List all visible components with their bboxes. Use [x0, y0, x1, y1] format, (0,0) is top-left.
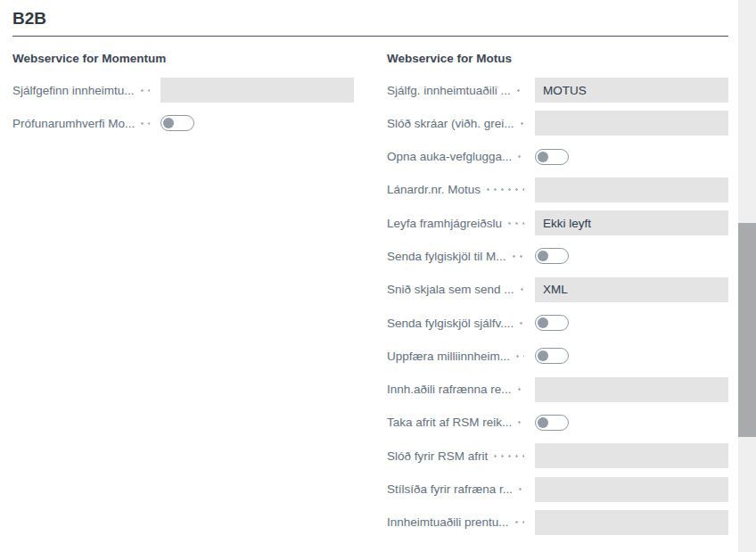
dotted-leader — [516, 343, 524, 368]
field-label: Taka afrit af RSM reik... — [387, 416, 512, 429]
field-input[interactable] — [535, 377, 728, 402]
section-heading: Webservice for Motus — [387, 52, 728, 66]
dotted-leader — [518, 144, 524, 169]
field-label: Senda fylgiskjöl sjálfv.... — [387, 317, 514, 330]
field-label: Prófunarumhverfi Mo... — [12, 117, 135, 130]
field-input[interactable] — [535, 111, 728, 136]
dotted-leader — [518, 377, 524, 402]
scrollbar-track[interactable] — [738, 0, 756, 552]
field-label: Slóð skráar (viðh. grei... — [387, 117, 514, 130]
field-label: Sjálfgefinn innheimtu... — [12, 84, 135, 97]
field-label: Innheimtuaðili prentu... — [387, 515, 509, 529]
field-row: Sjálfgefinn innheimtu... — [12, 78, 354, 103]
field-label-wrap: Taka afrit af RSM reik... — [387, 410, 535, 435]
dotted-leader — [141, 111, 150, 136]
field-label-wrap: Slóð skráar (viðh. grei... — [387, 111, 535, 136]
field-list: Sjálfg. innheimtuaðili ... Slóð skráar (… — [387, 78, 728, 535]
toggle-switch[interactable] — [535, 315, 569, 331]
field-row: Opna auka-vefglugga... — [387, 144, 728, 169]
field-input[interactable] — [535, 78, 728, 103]
dotted-leader — [141, 78, 150, 103]
dotted-leader — [519, 477, 524, 502]
field-input[interactable] — [535, 510, 728, 535]
field-row: Leyfa framhjágreiðslu — [387, 210, 728, 235]
dotted-leader — [521, 111, 524, 136]
field-row: Senda fylgiskjöl til M... — [387, 243, 728, 268]
scrollbar-thumb[interactable] — [738, 223, 756, 437]
title-divider — [12, 36, 728, 37]
field-label-wrap: Lánardr.nr. Motus — [387, 177, 535, 202]
field-row: Snið skjala sem send ... — [387, 277, 728, 302]
field-label-wrap: Innh.aðili rafrænna re... — [387, 377, 535, 402]
field-row: Senda fylgiskjöl sjálfv.... — [387, 310, 728, 335]
field-row: Sjálfg. innheimtuaðili ... — [387, 78, 728, 103]
toggle-switch[interactable] — [535, 415, 569, 431]
field-label-wrap: Sjálfg. innheimtuaðili ... — [387, 78, 535, 103]
field-row: Uppfæra milliinnheim... — [387, 343, 728, 368]
field-row: Innheimtuaðili prentu... — [387, 510, 728, 535]
dotted-leader — [508, 210, 524, 235]
dotted-leader — [513, 243, 524, 268]
dotted-leader — [518, 410, 524, 435]
field-input[interactable] — [535, 210, 728, 235]
content-area: B2B Webservice for Momentum Sjálfgefinn … — [12, 0, 728, 543]
field-label-wrap: Innheimtuaðili prentu... — [387, 510, 535, 535]
field-row: Innh.aðili rafrænna re... — [387, 377, 728, 402]
field-input[interactable] — [535, 477, 728, 502]
field-label-wrap: Stílsíða fyrir rafræna r... — [387, 477, 535, 502]
columns: Webservice for Momentum Sjálfgefinn innh… — [12, 52, 728, 543]
toggle-knob — [538, 317, 548, 328]
field-label: Sjálfg. innheimtuaðili ... — [387, 84, 511, 97]
field-label: Uppfæra milliinnheim... — [387, 350, 510, 363]
field-label-wrap: Senda fylgiskjöl sjálfv.... — [387, 310, 535, 335]
toggle-knob — [538, 417, 548, 428]
toggle-knob — [163, 118, 174, 128]
toggle-switch[interactable] — [160, 115, 194, 131]
field-input[interactable] — [535, 443, 728, 468]
field-row: Prófunarumhverfi Mo... — [12, 111, 354, 136]
field-row: Lánardr.nr. Motus — [387, 177, 728, 202]
page: B2B Webservice for Momentum Sjálfgefinn … — [0, 0, 756, 552]
field-label: Opna auka-vefglugga... — [387, 150, 512, 163]
field-label: Leyfa framhjágreiðslu — [387, 217, 502, 230]
section-webservice-motus: Webservice for Motus Sjálfg. innheimtuað… — [387, 52, 728, 543]
field-input[interactable] — [535, 177, 728, 202]
field-label-wrap: Prófunarumhverfi Mo... — [12, 111, 160, 136]
toggle-knob — [538, 152, 548, 162]
field-label-wrap: Snið skjala sem send ... — [387, 277, 535, 302]
field-label: Senda fylgiskjöl til M... — [387, 250, 506, 263]
field-label-wrap: Slóð fyrir RSM afrit — [387, 443, 535, 468]
field-row: Slóð fyrir RSM afrit — [387, 443, 728, 468]
field-label-wrap: Uppfæra milliinnheim... — [387, 343, 535, 368]
field-list: Sjálfgefinn innheimtu... Prófunarumhverf… — [12, 78, 354, 136]
field-label-wrap: Leyfa framhjágreiðslu — [387, 210, 535, 235]
toggle-switch[interactable] — [535, 348, 569, 364]
dotted-leader — [520, 310, 524, 335]
toggle-switch[interactable] — [535, 149, 569, 165]
toggle-knob — [538, 251, 548, 261]
dotted-leader — [494, 443, 524, 468]
dotted-leader — [515, 510, 524, 535]
section-webservice-momentum: Webservice for Momentum Sjálfgefinn innh… — [12, 52, 354, 543]
dotted-leader — [487, 177, 524, 202]
section-heading: Webservice for Momentum — [12, 52, 354, 66]
field-label-wrap: Senda fylgiskjöl til M... — [387, 243, 535, 268]
field-label: Stílsíða fyrir rafræna r... — [387, 482, 513, 496]
field-row: Slóð skráar (viðh. grei... — [387, 111, 728, 136]
field-label: Slóð fyrir RSM afrit — [387, 449, 488, 463]
field-label-wrap: Sjálfgefinn innheimtu... — [12, 78, 160, 103]
field-row: Taka afrit af RSM reik... — [387, 410, 728, 435]
field-label: Innh.aðili rafrænna re... — [387, 383, 512, 396]
toggle-switch[interactable] — [535, 248, 569, 264]
toggle-knob — [538, 350, 548, 361]
dotted-leader — [521, 277, 524, 302]
field-label-wrap: Opna auka-vefglugga... — [387, 144, 535, 169]
dotted-leader — [517, 78, 524, 103]
field-label: Snið skjala sem send ... — [387, 283, 514, 296]
field-row: Stílsíða fyrir rafræna r... — [387, 477, 728, 502]
field-input[interactable] — [160, 78, 354, 103]
field-input[interactable] — [535, 277, 728, 302]
field-label: Lánardr.nr. Motus — [387, 183, 481, 196]
page-title: B2B — [12, 9, 728, 29]
